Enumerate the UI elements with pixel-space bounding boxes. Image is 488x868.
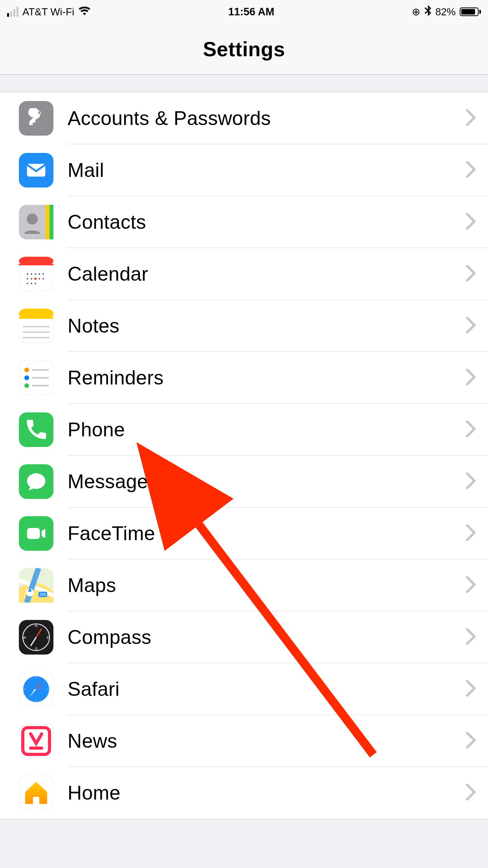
settings-row-contacts[interactable]: Contacts (0, 196, 488, 248)
chevron-right-icon (466, 421, 476, 439)
svg-point-8 (27, 273, 28, 275)
calendar-icon (19, 257, 53, 291)
svg-point-9 (31, 273, 32, 275)
svg-rect-3 (50, 205, 53, 239)
settings-row-messages[interactable]: Messages (0, 456, 488, 508)
maps-icon: 280 (19, 568, 53, 603)
status-right: ⊕ 82% (412, 5, 481, 19)
mail-icon (19, 153, 53, 188)
svg-rect-34 (27, 528, 40, 539)
settings-row-label: News (68, 730, 117, 752)
chevron-right-icon (466, 109, 476, 127)
cellular-signal-icon (7, 7, 18, 17)
chevron-right-icon (466, 161, 476, 179)
settings-row-label: Contacts (68, 211, 146, 234)
compass-icon: NSWE (19, 620, 53, 655)
svg-point-13 (27, 278, 28, 280)
key-icon (19, 101, 53, 136)
settings-row-label: FaceTime (68, 522, 155, 545)
chevron-right-icon (466, 732, 476, 750)
settings-row-label: Mail (68, 159, 104, 182)
chevron-right-icon (466, 317, 476, 335)
settings-list: Accounts & PasswordsMailContactsCalendar… (0, 92, 488, 819)
svg-point-11 (39, 273, 40, 275)
settings-row-maps[interactable]: 280Maps (0, 559, 488, 611)
settings-row-label: Home (68, 782, 121, 804)
chevron-right-icon (466, 680, 476, 698)
svg-point-14 (31, 278, 32, 280)
settings-row-safari[interactable]: Safari (0, 663, 488, 715)
contacts-icon (19, 205, 53, 239)
nav-bar: Settings (0, 24, 488, 75)
status-left: AT&T Wi-Fi (7, 6, 91, 18)
bluetooth-icon (424, 5, 431, 19)
facetime-icon (19, 516, 53, 551)
settings-row-compass[interactable]: NSWECompass (0, 611, 488, 663)
chevron-right-icon (466, 265, 476, 283)
page-title: Settings (203, 37, 285, 61)
svg-point-16 (42, 278, 44, 280)
svg-point-10 (35, 273, 36, 275)
svg-point-28 (24, 368, 29, 372)
svg-text:W: W (23, 636, 26, 640)
messages-icon (19, 464, 53, 499)
settings-row-reminders[interactable]: Reminders (0, 352, 488, 404)
settings-row-label: Calendar (68, 263, 148, 285)
chevron-right-icon (466, 784, 476, 802)
settings-row-mail[interactable]: Mail (0, 144, 488, 196)
svg-text:280: 280 (40, 592, 46, 597)
chevron-right-icon (466, 213, 476, 231)
settings-row-label: Messages (68, 470, 158, 493)
news-icon (19, 724, 53, 758)
settings-row-accounts-passwords[interactable]: Accounts & Passwords (0, 92, 488, 144)
settings-row-label: Phone (68, 418, 125, 441)
svg-point-15 (39, 278, 40, 280)
wifi-icon (78, 6, 91, 18)
settings-row-home[interactable]: Home (0, 767, 488, 819)
safari-icon (19, 672, 53, 706)
svg-text:E: E (47, 636, 49, 640)
svg-point-12 (42, 273, 44, 275)
battery-pct: 82% (435, 6, 456, 18)
settings-row-calendar[interactable]: Calendar (0, 248, 488, 300)
settings-row-phone[interactable]: Phone (0, 404, 488, 456)
settings-row-label: Reminders (68, 366, 163, 389)
settings-row-news[interactable]: News (0, 715, 488, 767)
reminders-icon (19, 360, 53, 395)
settings-row-facetime[interactable]: FaceTime (0, 508, 488, 559)
svg-rect-23 (19, 317, 53, 319)
settings-row-label: Safari (68, 678, 119, 701)
phone-icon (19, 412, 53, 447)
svg-point-18 (31, 283, 32, 284)
battery-icon (460, 7, 481, 16)
status-time: 11:56 AM (228, 6, 275, 18)
svg-point-4 (27, 213, 38, 224)
settings-row-label: Maps (68, 574, 116, 597)
svg-point-30 (24, 383, 29, 388)
notes-icon (19, 309, 53, 343)
svg-rect-2 (46, 205, 50, 239)
chevron-right-icon (466, 369, 476, 387)
svg-text:S: S (35, 647, 37, 651)
home-icon (19, 776, 53, 810)
svg-point-17 (27, 283, 28, 284)
settings-row-label: Accounts & Passwords (68, 107, 271, 130)
chevron-right-icon (466, 628, 476, 646)
svg-rect-7 (19, 264, 53, 265)
settings-row-notes[interactable]: Notes (0, 300, 488, 352)
section-spacer (0, 75, 488, 92)
status-bar: AT&T Wi-Fi 11:56 AM ⊕ 82% (0, 0, 488, 24)
chevron-right-icon (466, 473, 476, 491)
svg-point-29 (24, 375, 29, 380)
svg-text:N: N (35, 624, 38, 628)
chevron-right-icon (466, 524, 476, 542)
section-spacer-bottom (0, 819, 488, 842)
rotation-lock-icon: ⊕ (412, 6, 420, 18)
settings-row-label: Compass (68, 626, 151, 649)
svg-point-19 (35, 283, 36, 284)
carrier-label: AT&T Wi-Fi (22, 6, 74, 18)
settings-row-label: Notes (68, 314, 119, 337)
chevron-right-icon (466, 576, 476, 594)
svg-point-20 (34, 278, 37, 280)
